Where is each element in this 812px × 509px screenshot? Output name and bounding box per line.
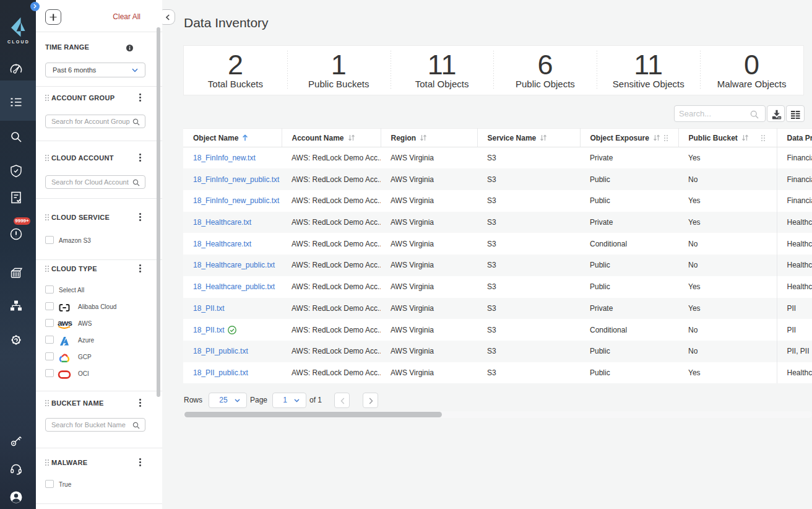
svg-text:aws: aws: [58, 318, 72, 328]
